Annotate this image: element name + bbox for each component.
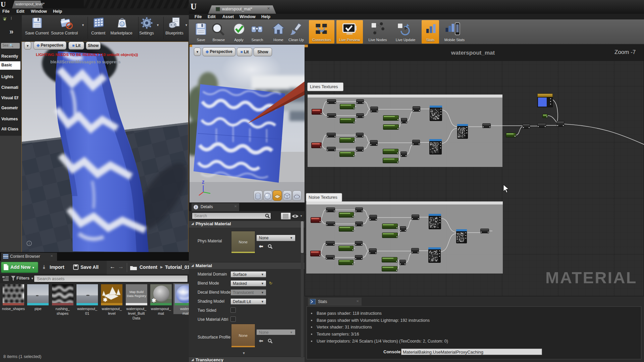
svg-text:✱: ✱ [103, 297, 107, 303]
svg-text:i: i [29, 242, 30, 245]
svg-text:i: i [195, 205, 196, 209]
svg-text:Data Registry: Data Registry [127, 294, 146, 298]
svg-text:U: U [121, 22, 123, 26]
svg-text:Map Build: Map Build [129, 290, 143, 294]
svg-text:Z: Z [202, 180, 204, 185]
svg-text:✱: ✱ [152, 298, 156, 303]
